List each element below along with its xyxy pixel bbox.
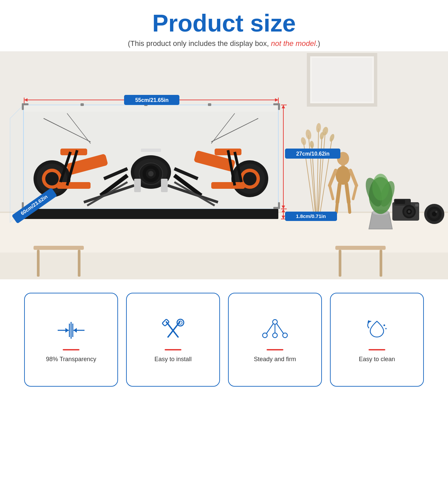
svg-rect-53	[78, 250, 80, 277]
svg-line-150	[267, 324, 273, 333]
svg-rect-71	[80, 103, 84, 106]
svg-rect-95	[211, 182, 245, 189]
feature-card-steady: Steady and firm	[228, 293, 322, 387]
steady-label: Steady and firm	[254, 356, 296, 363]
svg-rect-55	[339, 250, 341, 277]
svg-point-37	[372, 174, 389, 201]
install-divider	[165, 349, 181, 350]
svg-rect-58	[23, 105, 278, 112]
svg-point-23	[336, 166, 350, 185]
svg-rect-3	[312, 58, 372, 102]
subtitle-highlight: not the model	[271, 39, 316, 48]
svg-rect-52	[37, 250, 40, 277]
svg-point-93	[243, 172, 257, 185]
header-section: Product size (This product only includes…	[0, 0, 448, 51]
product-image-section: 55cm/21.65in 27cm/10.62in 1.8cm/0.71in 6…	[0, 51, 448, 279]
svg-rect-108	[141, 149, 161, 152]
svg-line-29	[346, 184, 349, 202]
svg-rect-84	[57, 182, 91, 189]
svg-line-30	[336, 202, 337, 212]
svg-line-151	[277, 324, 283, 333]
scene-svg: 55cm/21.65in 27cm/10.62in 1.8cm/0.71in 6…	[0, 51, 448, 279]
svg-rect-62	[22, 103, 24, 110]
svg-point-145	[273, 320, 277, 324]
features-section: 98% Transparency Easy to install	[0, 279, 448, 403]
svg-point-146	[263, 333, 267, 338]
svg-line-140	[166, 322, 178, 337]
clean-divider	[369, 349, 385, 350]
feature-card-clean: Easy to clean	[330, 293, 424, 387]
install-label: Easy to install	[154, 356, 191, 363]
subtitle: (This product only includes the display …	[7, 39, 441, 48]
svg-rect-110	[161, 179, 168, 192]
svg-rect-54	[335, 246, 386, 250]
svg-point-153	[385, 328, 387, 329]
svg-marker-137	[73, 328, 77, 333]
svg-rect-64	[278, 103, 280, 110]
svg-point-152	[384, 324, 385, 326]
svg-rect-45	[415, 204, 418, 207]
clean-icon	[362, 317, 392, 344]
svg-point-77	[148, 171, 154, 176]
svg-text:27cm/10.62in: 27cm/10.62in	[296, 151, 330, 157]
page-title: Product size	[7, 10, 441, 37]
svg-rect-51	[34, 246, 84, 250]
clean-label: Easy to clean	[359, 356, 395, 363]
svg-text:1.8cm/0.71in: 1.8cm/0.71in	[296, 213, 326, 219]
transparency-divider	[63, 349, 79, 350]
svg-rect-83	[60, 149, 87, 155]
svg-text:55cm/21.65in: 55cm/21.65in	[135, 97, 169, 103]
svg-rect-109	[134, 179, 141, 192]
transparency-icon	[56, 317, 86, 344]
svg-point-82	[45, 172, 59, 185]
svg-rect-56	[380, 250, 382, 277]
subtitle-after: .)	[316, 39, 320, 48]
svg-marker-135	[65, 328, 69, 333]
svg-point-143	[177, 319, 184, 326]
svg-rect-68	[278, 202, 280, 209]
svg-rect-40	[395, 200, 405, 204]
svg-marker-59	[10, 105, 23, 222]
feature-card-install: Easy to install	[126, 293, 220, 387]
svg-point-147	[283, 333, 287, 338]
transparency-label: 98% Transparency	[46, 356, 96, 363]
install-icon	[158, 317, 188, 344]
steady-divider	[267, 349, 283, 350]
subtitle-before: (This product only includes the display …	[128, 39, 271, 48]
svg-rect-70	[208, 103, 211, 106]
steady-icon	[260, 317, 290, 344]
feature-card-transparency: 98% Transparency	[24, 293, 118, 387]
svg-point-148	[273, 333, 277, 338]
svg-line-28	[337, 184, 340, 202]
svg-line-31	[349, 202, 350, 212]
svg-rect-60	[23, 209, 278, 219]
svg-point-44	[408, 210, 410, 213]
svg-point-50	[435, 211, 437, 213]
